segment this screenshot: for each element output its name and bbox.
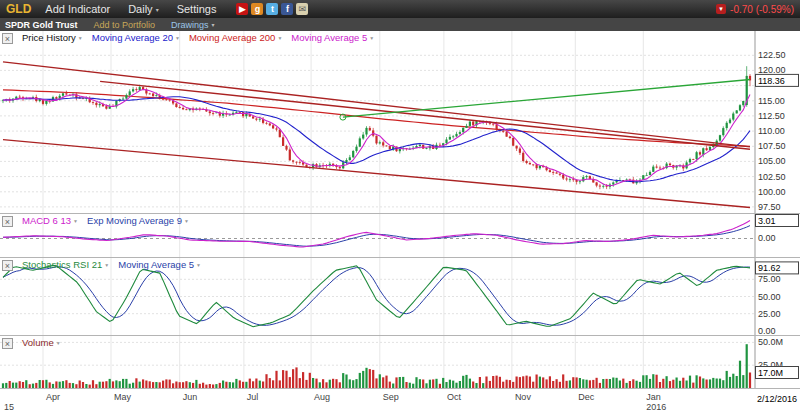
symbol-label: GLD	[6, 2, 31, 16]
chevron-down-icon: ▾	[212, 21, 215, 28]
top-toolbar: GLD Add Indicator Daily ▾ Settings ▶gtf✉…	[0, 0, 800, 18]
svg-text:100.00: 100.00	[758, 187, 786, 197]
svg-text:0.00: 0.00	[758, 233, 776, 243]
ma20-label: Moving Average 20	[92, 32, 173, 44]
volume-label: Volume	[22, 337, 54, 349]
chevron-down-icon: ▼	[104, 259, 109, 271]
svg-text:75.00: 75.00	[758, 274, 781, 284]
x-axis: 15 2016 2/12/2016 AprMayJunJulAugSepOctN…	[0, 389, 800, 415]
price-chart[interactable]: 122.50120.00115.00112.50110.00107.50105.…	[0, 31, 800, 213]
drawings-label: Drawings	[171, 20, 209, 30]
month-label: Sep	[383, 392, 399, 402]
macd-signal-dropdown[interactable]: Exp Moving Average 9 ▼	[87, 215, 189, 227]
svg-text:50.0M: 50.0M	[758, 337, 783, 347]
chevron-down-icon: ▾	[156, 6, 159, 13]
ma200-label: Moving Average 200	[189, 32, 275, 44]
macd-dropdown[interactable]: MACD 6 13 ▼	[22, 215, 78, 227]
month-label: Aug	[314, 392, 330, 402]
month-label: Oct	[447, 392, 461, 402]
add-indicator-button[interactable]: Add Indicator	[45, 3, 110, 15]
year-left-label: 15	[4, 402, 14, 412]
stoch-rsi-label: Stochastics RSI 21	[22, 259, 102, 271]
stock-chart-app: GLD Add Indicator Daily ▾ Settings ▶gtf✉…	[0, 0, 800, 415]
mail-icon[interactable]: ✉	[296, 3, 308, 15]
price-change-label: -0.70 (-0.59%)	[730, 4, 794, 15]
svg-text:105.00: 105.00	[758, 156, 786, 166]
close-panel-icon[interactable]: ×	[2, 338, 13, 349]
svg-text:115.00: 115.00	[758, 96, 785, 106]
chevron-down-icon: ▼	[184, 215, 189, 227]
facebook-icon[interactable]: f	[281, 3, 293, 15]
macd-panel-header: × MACD 6 13 ▼ Exp Moving Average 9 ▼	[2, 215, 189, 227]
macd-label: MACD 6 13	[22, 215, 71, 227]
price-down-icon: ▼	[716, 4, 726, 14]
svg-text:0.00: 0.00	[758, 326, 776, 335]
last-date-label: 2/12/2016	[757, 394, 797, 404]
price-history-dropdown[interactable]: Price History ▼	[22, 32, 83, 44]
settings-button[interactable]: Settings	[177, 3, 217, 15]
month-label: May	[114, 392, 131, 402]
volume-dropdown[interactable]: Volume ▼	[22, 337, 61, 349]
svg-text:97.50: 97.50	[758, 202, 781, 212]
price-history-label: Price History	[22, 32, 76, 44]
svg-text:118.36: 118.36	[758, 76, 785, 86]
close-panel-icon[interactable]: ×	[2, 33, 13, 44]
social-icons: ▶gtf✉	[236, 3, 308, 15]
volume-panel-header: × Volume ▼	[2, 337, 61, 349]
video-icon[interactable]: ▶	[236, 3, 248, 15]
twitter-icon[interactable]: t	[266, 3, 278, 15]
svg-text:17.0M: 17.0M	[758, 368, 783, 378]
svg-text:50.00: 50.00	[758, 292, 781, 302]
chevron-down-icon: ▼	[277, 32, 282, 44]
month-label: Apr	[46, 392, 60, 402]
ma5-dropdown[interactable]: Moving Average 5 ▼	[291, 32, 374, 44]
chevron-down-icon: ▼	[175, 32, 180, 44]
chevron-down-icon: ▼	[73, 215, 78, 227]
symbol-subbar: SPDR Gold Trust Add to Portfolio Drawing…	[0, 18, 800, 31]
volume-chart[interactable]: 50.0M25.0M17.0M	[0, 336, 800, 388]
month-label: Jan	[646, 392, 661, 402]
stochastics-panel-header: × Stochastics RSI 21 ▼ Moving Average 5 …	[2, 259, 201, 271]
macd-panel: 0.003.01 × MACD 6 13 ▼ Exp Moving Averag…	[0, 214, 800, 258]
drawings-dropdown[interactable]: Drawings ▾	[171, 20, 215, 30]
stoch-ma-dropdown[interactable]: Moving Average 5 ▼	[118, 259, 201, 271]
chart-area: 122.50120.00115.00112.50110.00107.50105.…	[0, 31, 800, 415]
add-to-portfolio-button[interactable]: Add to Portfolio	[94, 20, 156, 30]
svg-text:112.50: 112.50	[758, 111, 785, 121]
macd-signal-label: Exp Moving Average 9	[87, 215, 182, 227]
period-dropdown[interactable]: Daily ▾	[128, 3, 158, 15]
ma5-label: Moving Average 5	[291, 32, 367, 44]
year-label: 2016	[646, 402, 666, 412]
price-panel-header: × Price History ▼ Moving Average 20 ▼ Mo…	[2, 32, 374, 44]
symbol-name-label: SPDR Gold Trust	[5, 20, 78, 30]
svg-text:3.01: 3.01	[758, 216, 776, 226]
chevron-down-icon: ▼	[56, 337, 61, 349]
stoch-rsi-dropdown[interactable]: Stochastics RSI 21 ▼	[22, 259, 109, 271]
month-label: Nov	[515, 392, 531, 402]
period-value: Daily	[128, 3, 152, 15]
svg-text:110.00: 110.00	[758, 126, 785, 136]
google-plus-icon[interactable]: g	[251, 3, 263, 15]
svg-text:107.50: 107.50	[758, 141, 786, 151]
svg-text:102.50: 102.50	[758, 172, 786, 182]
close-panel-icon[interactable]: ×	[2, 260, 13, 271]
chevron-down-icon: ▼	[196, 259, 201, 271]
svg-text:91.62: 91.62	[758, 263, 781, 273]
volume-panel: 50.0M25.0M17.0M × Volume ▼	[0, 336, 800, 389]
ma200-dropdown[interactable]: Moving Average 200 ▼	[189, 32, 282, 44]
stochastics-panel: 75.0050.0025.000.0091.62 × Stochastics R…	[0, 258, 800, 336]
month-label: Jun	[183, 392, 198, 402]
month-label: Dec	[578, 392, 594, 402]
close-panel-icon[interactable]: ×	[2, 216, 13, 227]
month-label: Jul	[247, 392, 259, 402]
svg-text:122.50: 122.50	[758, 50, 786, 60]
price-panel: 122.50120.00115.00112.50110.00107.50105.…	[0, 31, 800, 214]
ma20-dropdown[interactable]: Moving Average 20 ▼	[92, 32, 180, 44]
svg-text:25.00: 25.00	[758, 309, 781, 319]
stoch-ma-label: Moving Average 5	[118, 259, 194, 271]
chevron-down-icon: ▼	[78, 32, 83, 44]
chevron-down-icon: ▼	[369, 32, 374, 44]
